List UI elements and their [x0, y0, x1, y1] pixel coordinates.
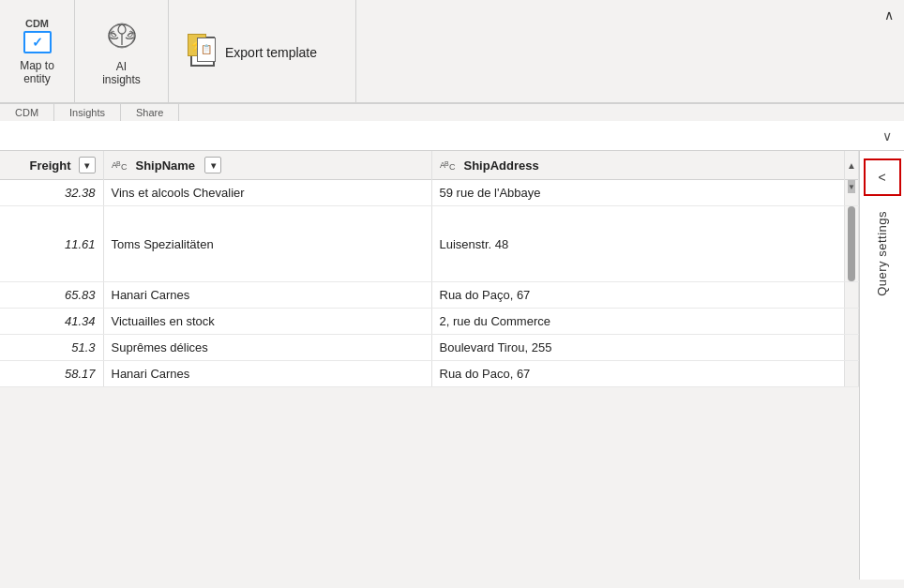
- table-row: 41.34 Victuailles en stock 2, rue du Com…: [0, 309, 859, 335]
- cdm-text-label: CDM: [25, 18, 49, 29]
- cell-shipaddress-1: 59 rue de l'Abbaye: [431, 180, 845, 206]
- search-row: ∨: [0, 121, 904, 151]
- scrollbar-thumb[interactable]: [848, 206, 855, 281]
- cell-shipname-4: Victuailles en stock: [103, 309, 431, 335]
- data-table: Freight ▾ A B C: [0, 151, 859, 387]
- scrollbar-cell-6: [845, 361, 859, 387]
- top-collapse-area: ∧: [874, 0, 904, 102]
- collapse-toolbar-button[interactable]: ∧: [878, 4, 900, 26]
- main-content: Freight ▾ A B C: [0, 151, 904, 580]
- cell-shipaddress-4: 2, rue du Commerce: [431, 309, 845, 335]
- cell-shipname-6: Hanari Carnes: [103, 361, 431, 387]
- insights-section[interactable]: AI insights: [75, 0, 169, 102]
- scrollbar-cell-5: [845, 335, 859, 361]
- shipname-type-icon: A B C: [112, 157, 130, 173]
- cdm-checkbox-icon: ✓: [23, 31, 52, 53]
- query-settings-label: Query settings: [875, 211, 889, 296]
- cell-shipaddress-5: Boulevard Tirou, 255: [431, 335, 845, 361]
- insights-icon-area: AI insights: [102, 17, 141, 86]
- cell-shipname-5: Suprêmes délices: [103, 335, 431, 361]
- brain-icon: [103, 17, 141, 54]
- cell-shipaddress-3: Rua do Paço, 67: [431, 282, 845, 309]
- svg-text:C: C: [449, 162, 456, 172]
- scrollbar-header: ▲: [845, 151, 859, 180]
- scroll-down-indicator: ▼: [848, 180, 855, 193]
- cell-shipaddress-6: Rua do Paco, 67: [431, 361, 845, 387]
- table-row: 11.61 Toms Spezialitäten Luisenstr. 48: [0, 206, 859, 282]
- cdm-icon-area: CDM ✓ Map to entity: [20, 18, 54, 85]
- export-template-label: Export template: [225, 45, 317, 60]
- cell-freight-4: 41.34: [0, 309, 103, 335]
- scrollbar-cell-1: ▼: [845, 180, 859, 206]
- table-row: 65.83 Hanari Carnes Rua do Paço, 67: [0, 282, 859, 309]
- freight-filter-button[interactable]: ▾: [79, 157, 96, 173]
- cell-freight-3: 65.83: [0, 282, 103, 309]
- cell-shipaddress-2: Luisenstr. 48: [431, 206, 845, 282]
- table-body: 32.38 Vins et alcools Chevalier 59 rue d…: [0, 180, 859, 387]
- table-row: 32.38 Vins et alcools Chevalier 59 rue d…: [0, 180, 859, 206]
- query-settings-panel: < Query settings: [859, 151, 904, 580]
- table-header-row: Freight ▾ A B C: [0, 151, 859, 180]
- section-labels-bar: CDM Insights Share: [0, 103, 904, 121]
- scrollbar-cell-2: [845, 206, 859, 282]
- col-header-shipname: A B C ShipName ▾: [103, 151, 431, 180]
- insights-footer-label: Insights: [54, 104, 121, 121]
- search-input[interactable]: [4, 125, 874, 146]
- col-header-shipaddress: A B C ShipAddress: [431, 151, 845, 180]
- shipaddress-type-icon: A B C: [440, 157, 459, 173]
- shipname-filter-button[interactable]: ▾: [204, 157, 221, 173]
- scrollbar-cell-3: [845, 282, 859, 309]
- search-chevron-icon[interactable]: ∨: [874, 123, 900, 149]
- cell-shipname-1: Vins et alcools Chevalier: [103, 180, 431, 206]
- scrollbar-cell-4: [845, 309, 859, 335]
- cdm-footer-label: CDM: [0, 104, 54, 121]
- ai-insights-label: AI insights: [102, 60, 141, 86]
- cell-shipname-2: Toms Spezialitäten: [103, 206, 431, 282]
- share-section[interactable]: ⚡ 📋 Export template: [169, 0, 356, 102]
- export-icon-area: ⚡ 📋 Export template: [188, 34, 317, 69]
- svg-text:C: C: [121, 162, 128, 172]
- share-footer-label: Share: [121, 104, 179, 121]
- export-doc-icon: ⚡ 📋: [188, 34, 218, 69]
- toolbar: CDM ✓ Map to entity: [0, 0, 904, 103]
- cell-freight-2: 11.61: [0, 206, 103, 282]
- table-area: Freight ▾ A B C: [0, 151, 859, 580]
- cdm-label: Map to entity: [20, 59, 54, 85]
- cell-freight-5: 51.3: [0, 335, 103, 361]
- col-header-freight: Freight ▾: [0, 151, 103, 180]
- table-row: 58.17 Hanari Carnes Rua do Paco, 67: [0, 361, 859, 387]
- scroll-up-button[interactable]: ▲: [845, 158, 858, 172]
- cell-freight-6: 58.17: [0, 361, 103, 387]
- table-row: 51.3 Suprêmes délices Boulevard Tirou, 2…: [0, 335, 859, 361]
- cell-freight-1: 32.38: [0, 180, 103, 206]
- cell-shipname-3: Hanari Carnes: [103, 282, 431, 309]
- query-settings-collapse-button[interactable]: <: [864, 158, 901, 196]
- cdm-section: CDM ✓ Map to entity: [0, 0, 75, 102]
